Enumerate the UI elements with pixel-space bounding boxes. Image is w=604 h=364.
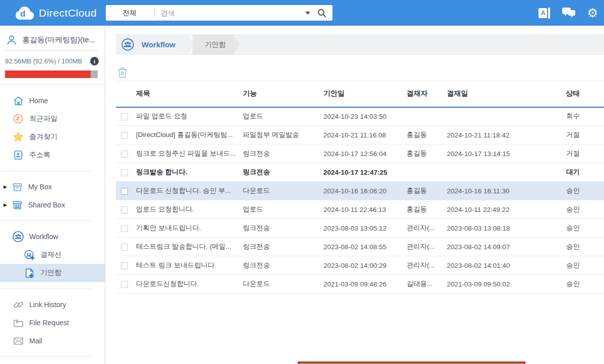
home-icon: [12, 95, 24, 107]
cell-draft-date: 2024-10-17 12:47:25: [322, 163, 406, 182]
cell-approver: 관리자(...: [406, 219, 446, 238]
cell-approver: 홍길동: [406, 126, 446, 144]
cell-status: 거절: [544, 144, 604, 163]
clock-icon: [12, 113, 24, 125]
row-checkbox[interactable]: [121, 206, 128, 213]
sidebar-item-home[interactable]: Home: [0, 92, 105, 110]
cell-function: 파일첨부 메일발송: [242, 126, 322, 144]
sidebar-item-label: 최근파일: [29, 114, 57, 123]
row-checkbox[interactable]: [121, 151, 128, 158]
table-row[interactable]: 업로드 요청합니다. 업로드 2024-10-11 22:46:13 홍길동 2…: [116, 200, 604, 219]
directcloud-logo[interactable]: d DirectCloud: [15, 6, 106, 20]
user-icon: [6, 34, 17, 45]
row-checkbox[interactable]: [121, 132, 128, 139]
settings-icon[interactable]: ⚙: [587, 7, 598, 19]
cell-draft-date: 2024-10-17 12:56:04: [322, 144, 406, 163]
expand-arrow-icon[interactable]: ▶: [4, 202, 11, 207]
draft-box-icon: [23, 267, 35, 279]
sidebar-item-approval-line[interactable]: 결재선: [0, 246, 105, 264]
main-content: Workflow 기안함 제목 기능 기: [106, 26, 604, 364]
chevron-down-icon[interactable]: [305, 12, 310, 15]
cell-function: 다운로드: [242, 275, 322, 294]
topbar-icon-group: A ⚙: [539, 0, 598, 26]
row-checkbox[interactable]: [121, 225, 128, 232]
table-row[interactable]: 다운로드 신청합니다. 승인 부... 다운로드 2024-10-16 16:0…: [116, 182, 604, 200]
sidebar-item-label: Home: [29, 97, 48, 105]
cell-function: 링크전송: [242, 144, 322, 163]
info-icon[interactable]: i: [90, 57, 99, 65]
breadcrumb-current-page: 기안함: [192, 34, 240, 55]
cell-approval-date: 2023-08-02 14:09:07: [446, 238, 544, 256]
cell-draft-date: 2024-10-23 14:03:50: [322, 107, 406, 126]
sidebar-item-label: 기안함: [40, 268, 61, 277]
sidebar-item-workflow[interactable]: Workflow: [0, 228, 105, 246]
sidebar-item-address-book[interactable]: 주소록: [0, 146, 105, 164]
sidebar-item-label: Shared Box: [28, 201, 65, 209]
sidebar-item-label: Workflow: [29, 233, 58, 241]
row-checkbox[interactable]: [121, 262, 128, 269]
sidebar-item-draft-box[interactable]: 기안함: [0, 264, 105, 282]
cell-title: 링크로 요청주신 파일을 보내드...: [135, 144, 242, 163]
table-row[interactable]: 링크로 요청주신 파일을 보내드... 링크전송 2024-10-17 12:5…: [116, 144, 604, 163]
sidebar-item-shared-box[interactable]: ▶ Shared Box: [0, 196, 105, 214]
sidebar: 홍길동(마케팅팀)(te... 92.56MB (92.6%) / 100MB …: [0, 26, 105, 364]
sidebar-item-mail[interactable]: Mail: [0, 332, 105, 350]
expand-arrow-icon[interactable]: ▶: [4, 184, 11, 189]
table-row[interactable]: 테스트링크 발송합니다. (메일... 링크전송 2023-08-02 14:0…: [116, 238, 604, 256]
column-header-title: 제목: [135, 81, 242, 107]
table-row[interactable]: 파일 업로드 요청 업로드 2024-10-23 14:03:50 회수: [116, 107, 604, 126]
cell-approver: 홍길동: [406, 144, 446, 163]
svg-text:d: d: [20, 9, 25, 19]
cell-status: 승인: [544, 275, 604, 294]
link-icon: [12, 299, 24, 311]
breadcrumb: Workflow 기안함: [116, 34, 604, 55]
delete-workflow-button[interactable]: [116, 65, 129, 79]
cell-status: 대기: [544, 163, 604, 182]
cell-approval-date: 2024-10-16 16:11:30: [446, 182, 544, 200]
sidebar-item-favorites[interactable]: 즐겨찾기: [0, 128, 105, 146]
row-checkbox[interactable]: [121, 113, 128, 120]
table-row[interactable]: 기획안 보내드립니다. 링크전송 2023-08-03 13:05:12 관리자…: [116, 219, 604, 238]
divider: [0, 221, 92, 221]
cell-draft-date: 2023-08-02 14:08:55: [322, 238, 406, 256]
sidebar-item-link-history[interactable]: Link History: [0, 296, 105, 314]
table-row[interactable]: 링크발송 합니다. 링크전송 2024-10-17 12:47:25 대기: [116, 163, 604, 182]
user-profile[interactable]: 홍길동(마케팅팀)(te...: [0, 26, 105, 50]
cell-title: 파일 업로드 요청: [135, 107, 242, 126]
row-checkbox[interactable]: [121, 244, 128, 251]
search-input[interactable]: [161, 9, 303, 17]
cell-draft-date: 2023-08-03 13:05:12: [322, 219, 406, 238]
sidebar-item-my-box[interactable]: ▶ My Box: [0, 178, 105, 196]
cell-function: 링크전송: [242, 219, 322, 238]
column-header-approver: 결재자: [406, 81, 446, 107]
divider: [0, 85, 105, 85]
table-row[interactable]: 다운로드신청합니다. 다운로드 2021-03-09 09:48:26 길태용.…: [116, 275, 604, 294]
manual-icon[interactable]: A: [539, 8, 551, 19]
column-header-function: 기능: [242, 81, 322, 107]
divider: [0, 171, 92, 171]
row-checkbox[interactable]: [121, 281, 128, 288]
cell-function: 업로드: [242, 200, 322, 219]
cell-title: 기획안 보내드립니다.: [135, 219, 242, 238]
row-checkbox[interactable]: [121, 188, 128, 195]
search-icon[interactable]: [317, 9, 326, 18]
cell-approval-date: 2024-10-21 11:18:42: [446, 126, 544, 144]
sidebar-item-file-request[interactable]: File Request: [0, 314, 105, 332]
cell-status: 승인: [544, 219, 604, 238]
feedback-icon[interactable]: [562, 8, 575, 19]
breadcrumb-workflow-link[interactable]: Workflow: [142, 40, 175, 49]
cell-draft-date: 2024-10-16 16:06:20: [322, 182, 406, 200]
cell-draft-date: 2023-08-02 14:00:29: [322, 256, 406, 275]
search-scope-selector[interactable]: 전체: [106, 9, 137, 18]
toolbar: [116, 62, 129, 82]
table-row[interactable]: [DirectCloud] 홍길동(마케팅팀... 파일첨부 메일발송 2024…: [116, 126, 604, 144]
table-row[interactable]: 테스트 링크 보내드립니다. 링크전송 2023-08-02 14:00:29 …: [116, 256, 604, 275]
approval-line-icon: [23, 249, 35, 261]
column-header-draft-date: 기안일: [322, 81, 406, 107]
row-checkbox[interactable]: [121, 169, 128, 176]
cell-approval-date: [446, 163, 544, 182]
sidebar-item-label: File Request: [29, 319, 69, 327]
cell-function: 링크전송: [242, 163, 322, 182]
file-request-icon: [12, 317, 24, 329]
sidebar-item-recent-files[interactable]: 최근파일: [0, 110, 105, 128]
